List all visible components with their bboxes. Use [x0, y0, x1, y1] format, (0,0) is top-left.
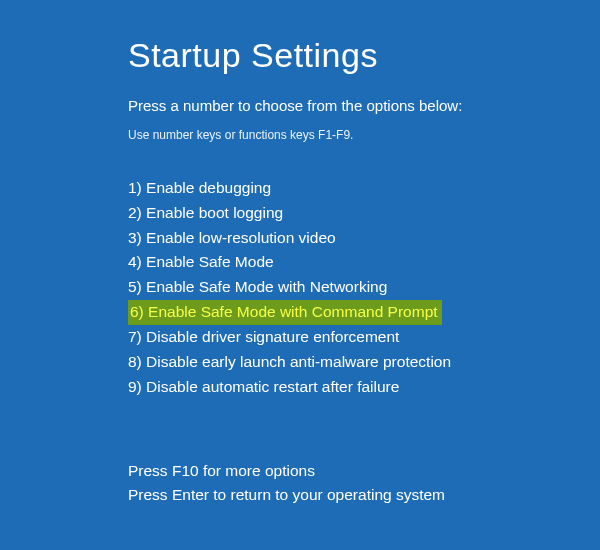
option-item-2[interactable]: 2) Enable boot logging: [128, 201, 600, 226]
options-list: 1) Enable debugging2) Enable boot loggin…: [128, 176, 600, 399]
option-item-6[interactable]: 6) Enable Safe Mode with Command Prompt: [128, 300, 600, 325]
option-label: 4) Enable Safe Mode: [128, 250, 274, 274]
option-label: 7) Disable driver signature enforcement: [128, 325, 399, 349]
option-item-8[interactable]: 8) Disable early launch anti-malware pro…: [128, 350, 600, 375]
option-item-3[interactable]: 3) Enable low-resolution video: [128, 226, 600, 251]
footer-more-options: Press F10 for more options: [128, 459, 600, 483]
hint-text: Use number keys or functions keys F1-F9.: [128, 128, 600, 142]
option-label: 1) Enable debugging: [128, 176, 271, 200]
option-item-9[interactable]: 9) Disable automatic restart after failu…: [128, 375, 600, 400]
option-label: 2) Enable boot logging: [128, 201, 283, 225]
option-label: 5) Enable Safe Mode with Networking: [128, 275, 387, 299]
footer: Press F10 for more options Press Enter t…: [128, 459, 600, 507]
option-label: 6) Enable Safe Mode with Command Prompt: [128, 300, 442, 325]
option-item-5[interactable]: 5) Enable Safe Mode with Networking: [128, 275, 600, 300]
page-title: Startup Settings: [128, 36, 600, 75]
option-item-4[interactable]: 4) Enable Safe Mode: [128, 250, 600, 275]
option-item-7[interactable]: 7) Disable driver signature enforcement: [128, 325, 600, 350]
option-item-1[interactable]: 1) Enable debugging: [128, 176, 600, 201]
option-label: 9) Disable automatic restart after failu…: [128, 375, 399, 399]
option-label: 8) Disable early launch anti-malware pro…: [128, 350, 451, 374]
footer-return: Press Enter to return to your operating …: [128, 483, 600, 507]
option-label: 3) Enable low-resolution video: [128, 226, 336, 250]
startup-settings-screen: Startup Settings Press a number to choos…: [0, 0, 600, 507]
instruction-text: Press a number to choose from the option…: [128, 97, 600, 114]
